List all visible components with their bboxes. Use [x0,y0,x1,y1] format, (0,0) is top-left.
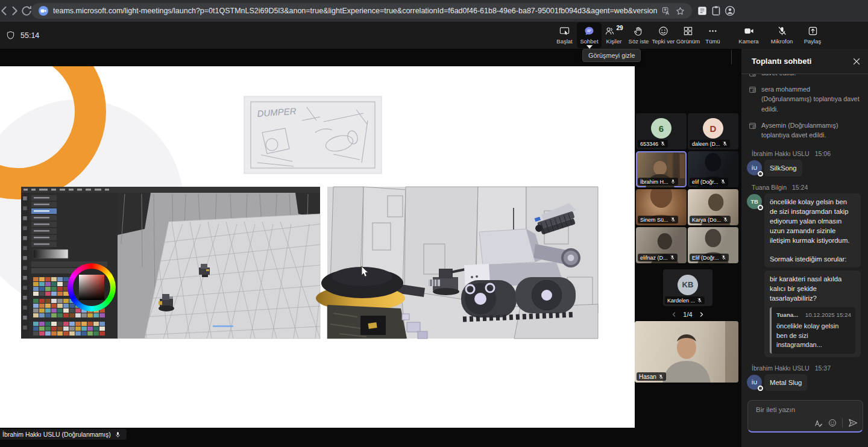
extension-clipboard-icon[interactable] [711,5,722,16]
color-wheel [68,263,116,311]
avatar: TB [747,194,762,209]
chat-message-row: bir karakteri nasıl akılda kalıcı bir şe… [741,270,868,357]
mic-button[interactable]: Mikrofon [768,22,796,48]
browser-forward-icon[interactable] [8,5,20,17]
shared-screen-content: DUMPER [0,66,635,428]
mic-muted-icon [697,298,702,303]
meeting-timer: 55:14 [6,22,39,49]
mic-muted-icon [722,141,728,146]
mic-muted-icon [721,255,726,260]
system-message-clipped: davet edildi. [741,74,868,81]
mic-on-icon [115,431,121,438]
message-composer[interactable] [747,400,863,433]
avatar: İU [747,375,762,390]
avatar: KB [678,275,698,295]
presenter-name-pill: İbrahim Hakkı USLU (Doğrulanmamış) [0,429,127,440]
shared-screen-stage: DUMPER [0,66,635,428]
sketch-panel: DUMPER [244,96,382,173]
avatar: İU [747,160,762,175]
quoted-message: Tuana... 10.12.2025 15:24 öncelikle kola… [770,307,855,353]
mic-on-icon [670,179,676,184]
participant-tile[interactable]: elifnaz (D... [636,227,687,263]
browser-toolbar: teams.microsoft.com/light-meetings/launc… [0,0,868,22]
chat-message-list[interactable]: davet edildi. sera mohammed (Doğrulanmam… [741,74,868,393]
chrome-divider [719,5,719,16]
format-icon[interactable] [814,419,823,427]
chat-bubble-icon [584,26,594,36]
more-button[interactable]: Tümü [700,22,725,48]
participant-tile[interactable]: 6 653346 [636,113,687,149]
camera-button[interactable]: Kamera [735,22,762,48]
message-bubble: Metal Slug [764,374,807,391]
meeting-chat-panel: Toplantı sohbeti davet edildi. sera moha… [741,49,868,447]
close-icon[interactable] [852,57,861,66]
timer-text: 55:14 [20,31,39,40]
react-button[interactable]: Tepki ver [651,22,676,48]
pager-next-icon[interactable] [699,311,705,317]
message-bubble: bir karakteri nasıl akılda kalıcı bir şe… [764,270,861,357]
people-icon [605,26,615,36]
calendar-add-icon [749,86,756,93]
composer-divider [842,418,843,428]
meeting-toolbar: 55:14 Başlat Sohbet 29 Kişiler Söz iste … [0,22,868,49]
calendar-add-icon [749,122,756,130]
send-icon[interactable] [848,418,858,428]
chat-title: Toplantı sohbeti [752,57,811,66]
camera-icon [744,26,754,36]
profile-icon[interactable] [725,5,735,16]
message-meta: İbrahim Hakkı USLU15:06 [752,150,868,157]
emoji-icon[interactable] [828,419,837,427]
raise-hand-button[interactable]: Söz iste [626,22,651,48]
view-button[interactable]: Görünüm [676,22,700,48]
paint-app-screenshot [21,187,327,339]
avatar: 6 [651,118,671,139]
participants-pager: 1/4 [663,310,712,319]
message-meta: Tuana Bilgin15:24 [752,184,868,191]
bookmark-star-icon[interactable] [676,7,685,16]
participant-tile-active-speaker[interactable]: İbrahim H... [636,151,687,187]
mic-muted-icon [670,255,675,260]
share-screen-icon [808,26,818,36]
pager-label: 1/4 [683,311,692,318]
ellipsis-icon [708,26,718,36]
shield-icon [6,31,15,40]
teams-meeting-page: { "browser": { "url": "teams.microsoft.c… [0,0,868,447]
system-message: sera mohammed (Doğrulanmamış) toplantıya… [741,81,868,117]
raised-hand-icon [634,26,644,36]
participant-tile[interactable]: D daleen (D... [688,113,738,149]
pager-prev-icon[interactable] [671,311,677,317]
share-button[interactable]: Paylaş [800,22,825,48]
teams-favicon-icon [39,6,48,16]
mic-muted-icon [720,179,726,184]
people-button[interactable]: 29 Kişiler [602,22,626,48]
url-text[interactable]: teams.microsoft.com/light-meetings/launc… [53,7,657,15]
chat-message-row: İU SilkSong [741,160,868,177]
translate-icon[interactable] [662,7,671,16]
mic-muted-icon [723,217,728,222]
start-presenting-button[interactable]: Başlat [552,22,577,48]
browser-reload-icon[interactable] [20,5,33,17]
chat-button[interactable]: Sohbet [577,22,602,48]
mic-muted-icon [658,374,664,380]
message-input[interactable] [755,405,848,414]
message-bubble: öncelikle kolay gelsin ben de sizi insta… [764,193,861,267]
system-message: Aysemin (Doğrulanmamış) toplantıya davet… [741,117,868,143]
address-bar[interactable]: teams.microsoft.com/light-meetings/launc… [31,3,692,19]
extension-card-icon[interactable] [697,5,708,16]
participant-tile[interactable]: Karya (Do... [688,189,738,225]
participant-tile[interactable]: Sinem Sü... [636,189,687,225]
participant-tile-spotlight[interactable]: Hasan [635,321,738,383]
chat-message-row: İU Metal Slug [741,374,868,391]
toolbar-divider [731,50,732,64]
participant-tile[interactable]: elif (Doğr... [688,151,738,187]
message-meta: İbrahim Hakkı USLU15:37 [752,364,868,372]
mic-muted-icon [670,217,676,222]
avatar: D [703,118,723,139]
calendar-add-icon [749,74,756,77]
participant-tile[interactable]: KB Kardelen ... [663,269,712,306]
chat-header: Toplantı sohbeti [741,49,868,74]
participant-tile[interactable]: Elif (Doğr... [688,227,738,263]
chat-message-row: TB öncelikle kolay gelsin ben de sizi in… [741,193,868,267]
people-count-badge: 29 [616,25,623,31]
hide-conversation-tooltip: Görüşmeyi gizle [582,49,641,62]
